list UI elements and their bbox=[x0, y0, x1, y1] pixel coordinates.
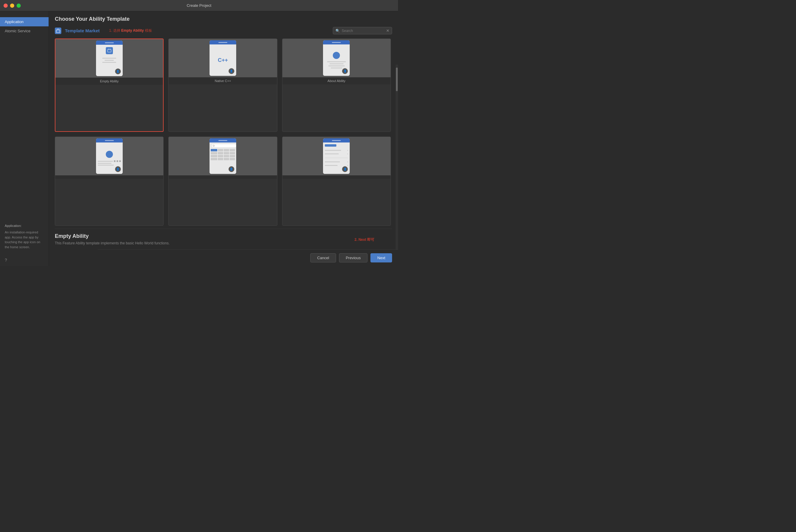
scrollbar-thumb[interactable] bbox=[396, 68, 398, 91]
template-preview-profile: 👤 bbox=[55, 137, 163, 175]
minimize-button[interactable] bbox=[10, 3, 14, 8]
annotation-text: 2. Next 即可 bbox=[354, 237, 374, 242]
template-preview-about: 👤 bbox=[282, 39, 391, 77]
avatar-icon-about: 👤 bbox=[342, 68, 348, 74]
search-box[interactable]: 🔍 ✕ bbox=[333, 27, 392, 34]
phone-mockup-cpp: C++ 👤 bbox=[209, 40, 236, 76]
avatar-icon-list: 👤 bbox=[228, 166, 235, 172]
svg-rect-0 bbox=[56, 30, 60, 33]
phone-mockup-settings: › › › bbox=[323, 138, 350, 174]
avatar-icon-empty: 👤 bbox=[115, 69, 121, 74]
template-card-settings[interactable]: › › › bbox=[282, 136, 391, 226]
template-label-empty: Empty Ability bbox=[55, 78, 163, 85]
template-label-profile bbox=[55, 175, 163, 179]
phone-mockup-profile: 👤 bbox=[96, 138, 123, 174]
search-input[interactable] bbox=[342, 29, 386, 33]
template-label-about: About Ability bbox=[282, 77, 391, 84]
template-market-icon bbox=[55, 27, 61, 34]
template-preview-list: 👤 bbox=[169, 137, 277, 175]
template-instruction: 1. 选择 Empty Ability 模板 bbox=[109, 28, 152, 33]
page-title: Choose Your Ability Template bbox=[55, 16, 392, 22]
svg-rect-1 bbox=[108, 50, 111, 52]
template-label-list bbox=[169, 175, 277, 179]
main-layout: Application Atomic Service Application: … bbox=[0, 11, 398, 266]
selected-template-title: Empty Ability bbox=[55, 233, 392, 239]
sidebar-item-application[interactable]: Application bbox=[0, 17, 49, 26]
maximize-button[interactable] bbox=[17, 3, 21, 8]
sidebar: Application Atomic Service Application: … bbox=[0, 11, 49, 266]
sidebar-item-atomic-service[interactable]: Atomic Service bbox=[0, 26, 49, 36]
sidebar-description: Application: An installation-required ap… bbox=[0, 218, 49, 254]
scrollbar-track[interactable] bbox=[396, 64, 398, 249]
template-label-settings bbox=[282, 175, 391, 179]
window-controls bbox=[3, 3, 21, 8]
desc-title: Application: bbox=[5, 223, 44, 228]
template-preview-empty: 👤 bbox=[55, 39, 163, 78]
previous-button[interactable]: Previous bbox=[339, 253, 368, 263]
phone-mockup-empty: 👤 bbox=[96, 41, 123, 76]
template-card-profile[interactable]: 👤 bbox=[55, 136, 164, 226]
next-button[interactable]: Next bbox=[370, 253, 392, 263]
templates-grid: 👤 Empty Ability C++ bbox=[55, 38, 392, 226]
template-preview-settings: › › › bbox=[282, 137, 391, 175]
cpp-text: C++ bbox=[218, 57, 228, 63]
app-icon bbox=[106, 47, 113, 54]
avatar-icon-cpp: 👤 bbox=[228, 68, 235, 74]
search-clear-icon[interactable]: ✕ bbox=[386, 28, 389, 33]
avatar-icon-settings: 👤 bbox=[342, 166, 348, 172]
help-icon[interactable]: ? bbox=[0, 254, 49, 266]
content-area: Choose Your Ability Template Template Ma… bbox=[49, 11, 398, 266]
template-market-title: Template Market bbox=[65, 28, 99, 33]
phone-mockup-list: 👤 bbox=[209, 138, 236, 174]
template-card-empty-ability[interactable]: 👤 Empty Ability bbox=[55, 38, 164, 132]
footer-buttons: Cancel Previous Next bbox=[98, 249, 398, 266]
desc-body: An installation-required app. Access the… bbox=[5, 230, 44, 249]
titlebar: Create Project bbox=[0, 0, 398, 11]
template-card-list[interactable]: 👤 bbox=[168, 136, 277, 226]
search-icon: 🔍 bbox=[335, 29, 340, 33]
selected-template-description: This Feature Ability template implements… bbox=[55, 241, 392, 245]
cancel-button[interactable]: Cancel bbox=[310, 253, 336, 263]
template-preview-cpp: C++ 👤 bbox=[169, 39, 277, 77]
window-title: Create Project bbox=[187, 3, 211, 8]
template-label-cpp: Native C++ bbox=[169, 77, 277, 84]
template-card-native-cpp[interactable]: C++ 👤 Native C++ bbox=[168, 38, 277, 132]
selected-template-info: Empty Ability This Feature Ability templ… bbox=[55, 229, 392, 245]
avatar-icon-profile: 👤 bbox=[115, 166, 121, 172]
close-button[interactable] bbox=[3, 3, 8, 8]
template-market-header: Template Market 1. 选择 Empty Ability 模板 🔍… bbox=[55, 27, 392, 34]
template-card-about-ability[interactable]: 👤 About Ability bbox=[282, 38, 391, 132]
phone-mockup-about: 👤 bbox=[323, 40, 350, 76]
